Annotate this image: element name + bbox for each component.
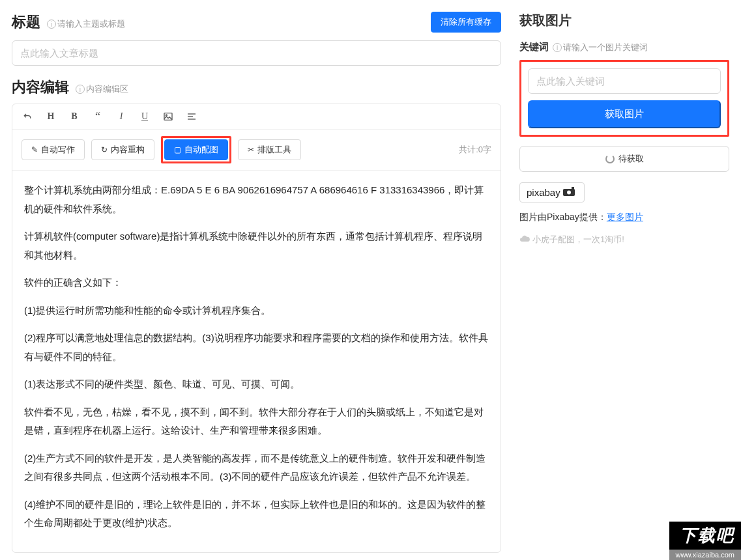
watermark-title: 下载吧 — [669, 522, 741, 550]
image-icon: ▢ — [174, 145, 181, 154]
align-left-icon[interactable] — [186, 111, 197, 122]
editor-section-hint: i内容编辑区 — [76, 84, 128, 94]
auto-write-button[interactable]: ✎自动写作 — [22, 139, 85, 160]
svg-point-6 — [567, 191, 571, 195]
paragraph: 计算机软件(computer software)是指计算机系统中除硬件以外的所有… — [24, 227, 489, 264]
paragraph: (4)维护不同的硬件是旧的，理论上软件是旧的，并不坏，但实际上软件也是旧的和坏的… — [24, 496, 489, 533]
layout-icon: ✂ — [248, 145, 254, 154]
pixabay-badge: pixabay — [519, 182, 585, 203]
paragraph: (2)生产方式不同的软件是开发，是人类智能的高发挥，而不是传统意义上的硬件制造。… — [24, 449, 489, 486]
pencil-icon: ✎ — [31, 145, 38, 154]
keyword-hint: i请输入一个图片关键词 — [553, 42, 648, 53]
image-icon[interactable] — [162, 111, 174, 122]
char-count: 共计:0字 — [459, 144, 491, 156]
sidebar-title: 获取图片 — [519, 12, 729, 29]
info-icon: i — [553, 43, 562, 52]
keyword-highlight-box: 获取图片 — [519, 60, 729, 137]
article-title-input[interactable] — [12, 40, 501, 66]
title-header: 标题 i请输入主题或标题 清除所有缓存 — [12, 12, 501, 33]
quote-icon[interactable]: “ — [92, 111, 104, 122]
content-reconstruct-button[interactable]: ↻内容重构 — [91, 139, 154, 160]
title-hint: i请输入主题或标题 — [47, 19, 125, 29]
camera-icon — [563, 187, 577, 198]
editor-section-label: 内容编辑 — [12, 79, 69, 95]
title-label: 标题 — [12, 14, 40, 30]
cloud-icon — [519, 235, 530, 245]
pending-button[interactable]: 待获取 — [519, 146, 729, 172]
underline-icon[interactable]: U — [139, 111, 151, 122]
watermark: 下载吧 www.xiazaiba.com — [669, 522, 741, 560]
more-images-link[interactable]: 更多图片 — [607, 212, 643, 222]
footer-note: 小虎子配图，一次1淘币! — [519, 234, 729, 245]
paragraph: (2)程序可以满意地处理信息的数据结构。(3)说明程序功能要求和程序需要的文档的… — [24, 329, 489, 366]
editor-content[interactable]: 整个计算机系统由两部分组成：E.69DA 5 E 6 BA 9062616964… — [12, 171, 501, 552]
image-credit: 图片由Pixabay提供：更多图片 — [519, 212, 729, 223]
heading-icon[interactable]: H — [45, 111, 57, 122]
watermark-url: www.xiazaiba.com — [669, 550, 741, 560]
get-image-button[interactable]: 获取图片 — [528, 100, 721, 128]
paragraph: (1)提供运行时所需功能和性能的命令或计算机程序集合。 — [24, 301, 489, 320]
refresh-icon: ↻ — [101, 145, 108, 154]
italic-icon[interactable]: I — [115, 111, 127, 122]
bold-icon[interactable]: B — [68, 111, 80, 122]
svg-rect-7 — [572, 187, 574, 189]
paragraph: 软件看不见，无色，枯燥，看不见，摸不到，闻不到。软件大部分存在于人们的头脑或纸上… — [24, 403, 489, 440]
keyword-label: 关键词 i请输入一个图片关键词 — [519, 41, 729, 53]
info-icon: i — [76, 85, 85, 94]
clear-cache-button[interactable]: 清除所有缓存 — [431, 12, 501, 33]
undo-icon[interactable] — [22, 111, 33, 122]
editor-box: H B “ I U ✎自动写作 ↻内容重构 ▢自动配图 ✂排版工具 共计:0字 — [12, 104, 501, 553]
paragraph: (1)表达形式不同的硬件类型、颜色、味道、可见、可摸、可闻。 — [24, 375, 489, 394]
svg-point-1 — [166, 115, 167, 116]
highlight-box: ▢自动配图 — [161, 136, 231, 163]
auto-image-button[interactable]: ▢自动配图 — [164, 139, 228, 160]
format-toolbar: H B “ I U — [12, 104, 501, 130]
info-icon: i — [47, 20, 56, 29]
paragraph: 整个计算机系统由两部分组成：E.69DA 5 E 6 BA 9062616964… — [24, 181, 489, 218]
layout-tool-button[interactable]: ✂排版工具 — [238, 139, 301, 160]
spinner-icon — [605, 154, 615, 163]
action-toolbar: ✎自动写作 ↻内容重构 ▢自动配图 ✂排版工具 共计:0字 — [12, 130, 501, 171]
keyword-input[interactable] — [528, 68, 721, 94]
paragraph: 软件的正确含义如下： — [24, 273, 489, 292]
